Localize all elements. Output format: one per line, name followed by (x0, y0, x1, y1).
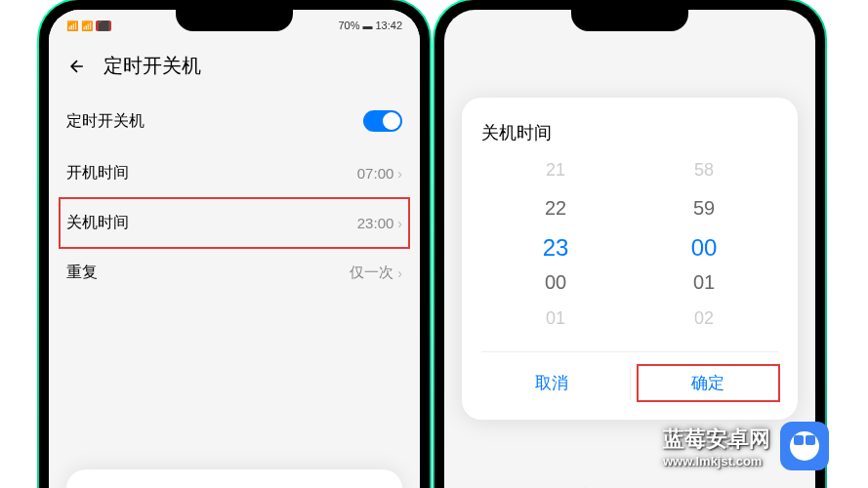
repeat-label: 重复 (66, 263, 98, 283)
row-on-time[interactable]: 开机时间 07:00 › (66, 147, 402, 199)
watermark: 蓝莓安卓网 www.lmkjst.com (663, 425, 770, 468)
minute-column[interactable]: 58 59 00 01 02 (630, 160, 778, 332)
nav-bar (444, 478, 815, 488)
brand-url: www.lmkjst.com (663, 454, 770, 468)
hour-option[interactable]: 01 (546, 308, 565, 332)
off-time-label: 关机时间 (66, 213, 129, 233)
min-option[interactable]: 02 (694, 308, 714, 332)
cancel-button[interactable]: 取消 (481, 366, 622, 400)
page-header: 定时开关机 (49, 37, 420, 95)
min-option[interactable]: 58 (694, 160, 714, 183)
brand-name: 蓝莓安卓网 (663, 425, 770, 454)
divider (630, 366, 631, 400)
row-repeat[interactable]: 重复 仅一次 › (66, 247, 402, 299)
hour-selected[interactable]: 23 (543, 234, 569, 258)
off-time-value: 23:00 (357, 215, 394, 231)
min-option[interactable]: 01 (693, 271, 715, 295)
schedule-toggle[interactable] (363, 110, 402, 132)
battery-percent: 70% (338, 20, 359, 31)
hour-option[interactable]: 00 (545, 271, 566, 295)
chevron-right-icon: › (397, 166, 402, 182)
off-time-sheet-preview: 关机时间 21 58 (66, 469, 402, 488)
confirm-button[interactable]: 确定 (637, 364, 781, 402)
android-logo-icon (780, 422, 829, 470)
on-time-label: 开机时间 (66, 163, 129, 183)
sheet-title: 关机时间 (481, 121, 778, 144)
signal-icon: 📶 (66, 20, 78, 31)
time-picker-sheet: 关机时间 21 22 23 00 01 58 59 00 01 02 (462, 98, 798, 420)
chevron-right-icon: › (397, 265, 402, 281)
repeat-value: 仅一次 (350, 264, 393, 282)
time-picker[interactable]: 21 22 23 00 01 58 59 00 01 02 (481, 160, 778, 332)
row-off-time[interactable]: 关机时间 23:00 › (59, 197, 410, 249)
battery-icon: ▬ (362, 20, 372, 31)
hour-option[interactable]: 22 (545, 197, 566, 221)
hour-option[interactable]: 21 (546, 160, 565, 183)
on-time-value: 07:00 (357, 165, 394, 182)
clock: 13:42 (375, 20, 402, 31)
hour-column[interactable]: 21 22 23 00 01 (481, 160, 630, 332)
min-option[interactable]: 59 (693, 197, 715, 221)
row-schedule-toggle[interactable]: 定时开关机 (66, 95, 402, 147)
min-selected[interactable]: 00 (691, 234, 718, 258)
page-title: 定时开关机 (103, 53, 201, 79)
chevron-right-icon: › (397, 216, 402, 231)
back-button[interactable] (66, 56, 88, 77)
toggle-label: 定时开关机 (66, 111, 145, 132)
notif-badge: ⬛ (96, 20, 111, 31)
wifi-icon: 📶 (81, 20, 93, 31)
